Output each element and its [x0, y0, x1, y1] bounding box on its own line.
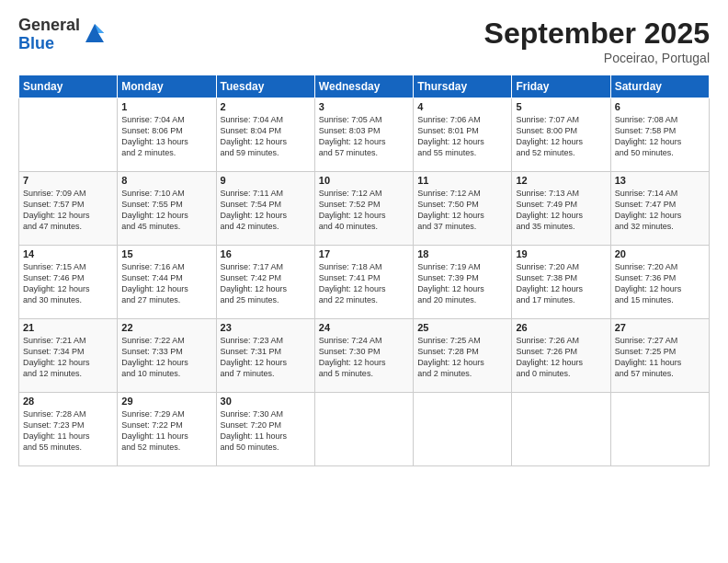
day-info: Sunrise: 7:19 AMSunset: 7:39 PMDaylight:…	[417, 261, 507, 306]
day-number: 28	[23, 396, 113, 407]
day-number: 20	[615, 248, 705, 259]
title-block: September 2025 Poceirao, Portugal	[484, 17, 710, 65]
table-row: 26Sunrise: 7:26 AMSunset: 7:26 PMDayligh…	[512, 319, 610, 393]
day-number: 14	[23, 248, 113, 259]
table-row: 15Sunrise: 7:16 AMSunset: 7:44 PMDayligh…	[118, 246, 216, 319]
day-number: 26	[516, 322, 606, 333]
day-info: Sunrise: 7:22 AMSunset: 7:33 PMDaylight:…	[121, 335, 211, 380]
day-number: 3	[319, 101, 409, 112]
table-row: 13Sunrise: 7:14 AMSunset: 7:47 PMDayligh…	[610, 172, 709, 246]
calendar-week-row: 1Sunrise: 7:04 AMSunset: 8:06 PMDaylight…	[19, 98, 710, 172]
day-info: Sunrise: 7:24 AMSunset: 7:30 PMDaylight:…	[319, 335, 409, 380]
day-number: 30	[221, 396, 311, 407]
day-number: 24	[319, 322, 409, 333]
day-info: Sunrise: 7:23 AMSunset: 7:31 PMDaylight:…	[221, 335, 311, 380]
day-number: 6	[615, 101, 705, 112]
page: General Blue September 2025 Poceirao, Po…	[0, 0, 728, 563]
header-monday: Monday	[118, 75, 216, 98]
day-info: Sunrise: 7:15 AMSunset: 7:46 PMDaylight:…	[23, 261, 113, 306]
header-tuesday: Tuesday	[216, 75, 314, 98]
day-number: 12	[516, 175, 606, 186]
day-info: Sunrise: 7:14 AMSunset: 7:47 PMDaylight:…	[615, 188, 705, 233]
day-number: 19	[516, 248, 606, 259]
logo: General Blue	[18, 17, 108, 53]
logo-general: General	[18, 17, 80, 35]
day-info: Sunrise: 7:28 AMSunset: 7:23 PMDaylight:…	[23, 408, 113, 454]
day-info: Sunrise: 7:29 AMSunset: 7:22 PMDaylight:…	[121, 408, 211, 454]
day-info: Sunrise: 7:20 AMSunset: 7:38 PMDaylight:…	[516, 261, 606, 306]
logo-icon	[82, 20, 108, 46]
table-row: 27Sunrise: 7:27 AMSunset: 7:25 PMDayligh…	[610, 319, 709, 393]
location: Poceirao, Portugal	[484, 51, 710, 65]
table-row: 14Sunrise: 7:15 AMSunset: 7:46 PMDayligh…	[19, 246, 118, 319]
table-row: 6Sunrise: 7:08 AMSunset: 7:58 PMDaylight…	[610, 98, 709, 172]
day-number: 25	[417, 322, 507, 333]
table-row: 17Sunrise: 7:18 AMSunset: 7:41 PMDayligh…	[314, 246, 413, 319]
day-info: Sunrise: 7:21 AMSunset: 7:34 PMDaylight:…	[23, 335, 113, 380]
day-number: 21	[23, 322, 113, 333]
table-row: 21Sunrise: 7:21 AMSunset: 7:34 PMDayligh…	[19, 319, 118, 393]
day-number: 22	[121, 322, 211, 333]
day-info: Sunrise: 7:07 AMSunset: 8:00 PMDaylight:…	[516, 114, 606, 159]
table-row: 10Sunrise: 7:12 AMSunset: 7:52 PMDayligh…	[314, 172, 413, 246]
table-row	[414, 393, 512, 466]
table-row: 24Sunrise: 7:24 AMSunset: 7:30 PMDayligh…	[314, 319, 413, 393]
day-number: 18	[417, 248, 507, 259]
logo-text: General Blue	[18, 17, 108, 53]
table-row: 4Sunrise: 7:06 AMSunset: 8:01 PMDaylight…	[414, 98, 512, 172]
table-row: 11Sunrise: 7:12 AMSunset: 7:50 PMDayligh…	[414, 172, 512, 246]
calendar-week-row: 28Sunrise: 7:28 AMSunset: 7:23 PMDayligh…	[19, 393, 710, 466]
table-row: 9Sunrise: 7:11 AMSunset: 7:54 PMDaylight…	[216, 172, 314, 246]
day-info: Sunrise: 7:26 AMSunset: 7:26 PMDaylight:…	[516, 335, 606, 380]
day-number: 8	[121, 175, 211, 186]
day-info: Sunrise: 7:20 AMSunset: 7:36 PMDaylight:…	[615, 261, 705, 306]
table-row: 5Sunrise: 7:07 AMSunset: 8:00 PMDaylight…	[512, 98, 610, 172]
table-row	[314, 393, 413, 466]
day-info: Sunrise: 7:08 AMSunset: 7:58 PMDaylight:…	[615, 114, 705, 159]
day-number: 1	[121, 101, 211, 112]
header: General Blue September 2025 Poceirao, Po…	[18, 17, 710, 65]
table-row: 20Sunrise: 7:20 AMSunset: 7:36 PMDayligh…	[610, 246, 709, 319]
day-number: 15	[121, 248, 211, 259]
table-row: 29Sunrise: 7:29 AMSunset: 7:22 PMDayligh…	[118, 393, 216, 466]
table-row: 12Sunrise: 7:13 AMSunset: 7:49 PMDayligh…	[512, 172, 610, 246]
day-info: Sunrise: 7:25 AMSunset: 7:28 PMDaylight:…	[417, 335, 507, 380]
day-info: Sunrise: 7:09 AMSunset: 7:57 PMDaylight:…	[23, 188, 113, 233]
day-info: Sunrise: 7:12 AMSunset: 7:52 PMDaylight:…	[319, 188, 409, 233]
day-number: 2	[221, 101, 311, 112]
day-number: 29	[121, 396, 211, 407]
logo-blue: Blue	[18, 35, 80, 53]
table-row	[19, 98, 118, 172]
table-row: 8Sunrise: 7:10 AMSunset: 7:55 PMDaylight…	[118, 172, 216, 246]
month-title: September 2025	[484, 17, 710, 51]
day-info: Sunrise: 7:18 AMSunset: 7:41 PMDaylight:…	[319, 261, 409, 306]
calendar-table: Sunday Monday Tuesday Wednesday Thursday…	[18, 75, 710, 466]
day-info: Sunrise: 7:12 AMSunset: 7:50 PMDaylight:…	[417, 188, 507, 233]
day-number: 27	[615, 322, 705, 333]
day-info: Sunrise: 7:04 AMSunset: 8:04 PMDaylight:…	[221, 114, 311, 159]
day-info: Sunrise: 7:13 AMSunset: 7:49 PMDaylight:…	[516, 188, 606, 233]
day-number: 23	[221, 322, 311, 333]
day-number: 13	[615, 175, 705, 186]
day-info: Sunrise: 7:17 AMSunset: 7:42 PMDaylight:…	[221, 261, 311, 306]
day-number: 7	[23, 175, 113, 186]
table-row: 18Sunrise: 7:19 AMSunset: 7:39 PMDayligh…	[414, 246, 512, 319]
day-info: Sunrise: 7:06 AMSunset: 8:01 PMDaylight:…	[417, 114, 507, 159]
header-thursday: Thursday	[414, 75, 512, 98]
table-row: 19Sunrise: 7:20 AMSunset: 7:38 PMDayligh…	[512, 246, 610, 319]
day-info: Sunrise: 7:11 AMSunset: 7:54 PMDaylight:…	[221, 188, 311, 233]
calendar-week-row: 14Sunrise: 7:15 AMSunset: 7:46 PMDayligh…	[19, 246, 710, 319]
day-info: Sunrise: 7:30 AMSunset: 7:20 PMDaylight:…	[221, 408, 311, 454]
header-friday: Friday	[512, 75, 610, 98]
day-number: 11	[417, 175, 507, 186]
day-info: Sunrise: 7:10 AMSunset: 7:55 PMDaylight:…	[121, 188, 211, 233]
day-number: 4	[417, 101, 507, 112]
day-number: 9	[221, 175, 311, 186]
table-row: 7Sunrise: 7:09 AMSunset: 7:57 PMDaylight…	[19, 172, 118, 246]
header-sunday: Sunday	[19, 75, 118, 98]
header-saturday: Saturday	[610, 75, 709, 98]
weekday-header-row: Sunday Monday Tuesday Wednesday Thursday…	[19, 75, 710, 98]
header-wednesday: Wednesday	[314, 75, 413, 98]
day-number: 10	[319, 175, 409, 186]
table-row: 1Sunrise: 7:04 AMSunset: 8:06 PMDaylight…	[118, 98, 216, 172]
